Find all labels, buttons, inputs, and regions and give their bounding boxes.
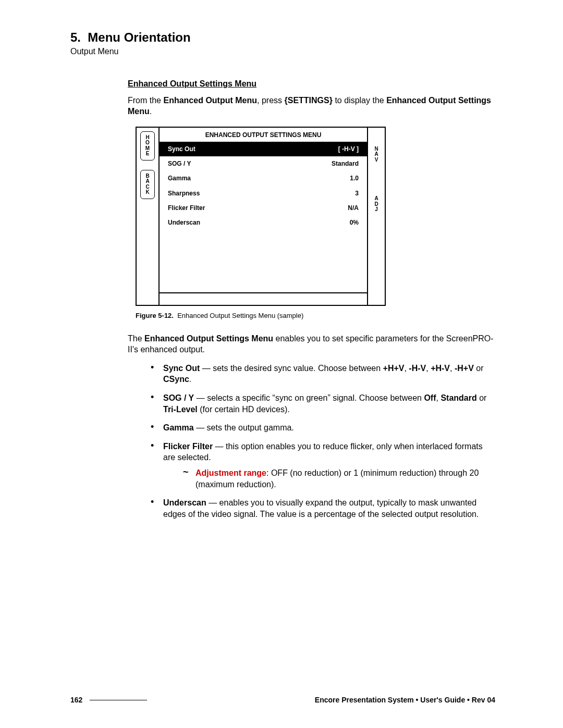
menu-row-label: Sharpness	[168, 189, 200, 198]
menu-pad	[160, 230, 367, 292]
text: The	[128, 334, 144, 343]
menu-row-underscan[interactable]: Underscan 0%	[160, 215, 367, 230]
menu-row-label: Underscan	[168, 218, 200, 227]
bullet-label: Gamma	[163, 423, 194, 432]
menu-row-sync-out[interactable]: Sync Out [ -H-V ]	[160, 142, 367, 156]
bullet-label: SOG / Y	[163, 393, 194, 402]
menu-row-gamma[interactable]: Gamma 1.0	[160, 171, 367, 186]
figure-caption-text: Enhanced Output Settings Menu (sample)	[177, 312, 303, 319]
chapter-number: 5.	[70, 30, 81, 44]
text: — enables you to visually expand the out…	[163, 498, 479, 519]
text-bold: {SETTINGS}	[284, 96, 332, 105]
text: or	[474, 364, 484, 373]
menu-row-value: 1.0	[350, 174, 359, 182]
figure-caption: Figure 5-12. Enhanced Output Settings Me…	[136, 311, 495, 320]
figure-number: Figure 5-12.	[136, 312, 174, 319]
bullet-list: Sync Out — sets the desired sync value. …	[128, 363, 495, 527]
section-heading: Enhanced Output Settings Menu	[128, 78, 495, 90]
opt: Off	[424, 393, 436, 402]
bullet-sync-out: Sync Out — sets the desired sync value. …	[151, 363, 495, 392]
description-paragraph: The Enhanced Output Settings Menu enable…	[128, 333, 495, 355]
bullet-underscan: Underscan — enables you to visually expa…	[151, 497, 495, 527]
menu-row-value: Standard	[332, 159, 359, 168]
menu-row-label: Flicker Filter	[168, 204, 205, 212]
intro-paragraph: From the Enhanced Output Menu, press {SE…	[128, 95, 495, 117]
opt: +H+V	[383, 364, 405, 373]
menu-title: ENHANCED OUTPUT SETTINGS MENU	[160, 128, 367, 142]
footer-rule	[90, 700, 147, 700]
menu-left-column: HOME BACK	[137, 128, 158, 305]
nav-label: NAV	[374, 146, 378, 163]
text: .	[150, 107, 152, 116]
text-bold: Enhanced Output Menu	[163, 96, 257, 105]
bullet-label: Sync Out	[163, 364, 200, 373]
menu-row-value: 3	[355, 189, 359, 198]
text: ,	[450, 364, 455, 373]
chapter-subtitle: Output Menu	[70, 47, 495, 56]
page: 5. Menu Orientation Output Menu Enhanced…	[0, 0, 563, 728]
chapter-title: 5. Menu Orientation	[70, 30, 495, 45]
menu-grid: HOME BACK ENHANCED OUTPUT SETTINGS MENU …	[137, 128, 385, 305]
chapter-title-text: Menu Orientation	[88, 30, 190, 44]
content-block: Enhanced Output Settings Menu From the E…	[128, 78, 495, 527]
opt: CSync	[163, 375, 189, 384]
menu-row-sog[interactable]: SOG / Y Standard	[160, 156, 367, 171]
sub-label: Adjustment range	[195, 468, 266, 477]
text: ,	[426, 364, 431, 373]
bullet-sog: SOG / Y — selects a specific “sync on gr…	[151, 392, 495, 422]
text: — sets the desired sync value. Choose be…	[200, 364, 383, 373]
menu-row-label: SOG / Y	[168, 159, 191, 168]
menu-row-label: Sync Out	[168, 145, 195, 153]
menu-row-sharpness[interactable]: Sharpness 3	[160, 186, 367, 201]
bullet-label: Underscan	[163, 498, 206, 507]
adj-label: ADJ	[374, 196, 378, 213]
opt: Standard	[440, 393, 476, 402]
sub-adjustment-range: Adjustment range: OFF (no reduction) or …	[183, 467, 495, 490]
page-number: 162	[70, 696, 82, 704]
sub-list: Adjustment range: OFF (no reduction) or …	[163, 467, 495, 490]
home-button[interactable]: HOME	[140, 131, 155, 161]
menu-row-value: N/A	[348, 204, 359, 212]
menu-row-label: Gamma	[168, 174, 191, 182]
opt: -H-V	[409, 364, 426, 373]
menu-bottom-strip	[160, 292, 367, 305]
menu-right-column: NAV ADJ	[368, 128, 385, 305]
text: to display the	[333, 96, 386, 105]
opt: +H-V	[431, 364, 450, 373]
menu-row-value: [ -H-V ]	[338, 145, 359, 153]
menu-row-value: 0%	[350, 218, 359, 227]
back-button[interactable]: BACK	[140, 170, 155, 199]
bullet-label: Flicker Filter	[163, 442, 213, 451]
menu-figure: HOME BACK ENHANCED OUTPUT SETTINGS MENU …	[136, 127, 386, 306]
bullet-gamma: Gamma — sets the output gamma.	[151, 422, 495, 441]
text: (for certain HD devices).	[198, 405, 290, 414]
text: , press	[257, 96, 284, 105]
text: or	[477, 393, 487, 402]
text-bold: Enhanced Output Settings Menu	[144, 334, 273, 343]
opt: -H+V	[455, 364, 474, 373]
text: — selects a specific “sync on green” sig…	[194, 393, 424, 402]
menu-row-flicker[interactable]: Flicker Filter N/A	[160, 201, 367, 215]
bullet-flicker: Flicker Filter — this option enables you…	[151, 441, 495, 497]
footer-text: Encore Presentation System • User's Guid…	[315, 696, 495, 704]
text: From the	[128, 96, 163, 105]
menu-center: ENHANCED OUTPUT SETTINGS MENU Sync Out […	[158, 128, 368, 305]
page-footer: 162 Encore Presentation System • User's …	[70, 696, 495, 704]
text: .	[189, 375, 191, 384]
text: — sets the output gamma.	[194, 423, 294, 432]
opt: Tri-Level	[163, 405, 198, 414]
